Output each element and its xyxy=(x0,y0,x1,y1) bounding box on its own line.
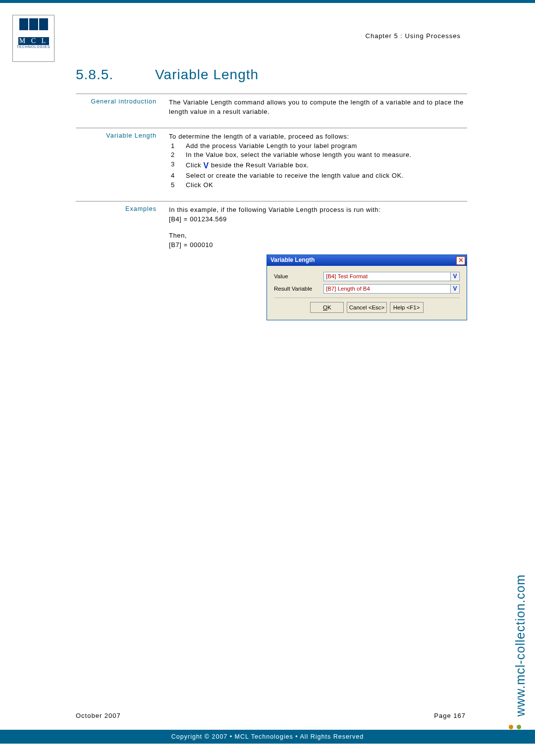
help-button[interactable]: Help <F1> xyxy=(390,302,424,313)
side-dots xyxy=(509,725,521,729)
step-4: Select or create the variable to receive… xyxy=(186,171,467,181)
close-icon[interactable]: ✕ xyxy=(456,256,465,265)
ex-p1: In this example, if the following Variab… xyxy=(169,205,467,215)
ok-button[interactable]: OK xyxy=(310,302,344,313)
mcl-logo: M C L TECHNOLOGIES xyxy=(12,15,54,62)
variable-length-dialog: Variable Length ✕ Value V xyxy=(267,254,467,320)
value-v-button[interactable]: V xyxy=(451,272,460,281)
side-url: www.mcl-collection.com xyxy=(513,574,528,716)
steps-label: Variable Length xyxy=(76,132,169,190)
value-input[interactable] xyxy=(323,272,451,281)
cancel-button[interactable]: Cancel <Esc> xyxy=(347,302,387,313)
ex-p3: Then, xyxy=(169,231,467,241)
logo-subtext: TECHNOLOGIES xyxy=(17,45,51,49)
dialog-title: Variable Length xyxy=(270,256,315,264)
footer-page: Page 167 xyxy=(434,712,466,719)
title-text: Variable Length xyxy=(155,67,259,83)
step-5: Click OK xyxy=(186,181,467,190)
result-input[interactable] xyxy=(323,284,451,294)
intro-body: The Variable Length command allows you t… xyxy=(169,98,467,117)
value-label: Value xyxy=(274,272,323,281)
ex-p2: [B4] = 001234.569 xyxy=(169,215,467,224)
intro-label: General introduction xyxy=(76,98,169,117)
ex-p4: [B7] = 000010 xyxy=(169,241,467,250)
title-number: 5.8.5. xyxy=(76,67,155,83)
footer-copyright: Copyright © 2007 • MCL Technologies • Al… xyxy=(0,730,535,744)
step-1: Add the process Variable Length to your … xyxy=(186,142,467,151)
steps-lead: To determine the length of a variable, p… xyxy=(169,132,467,142)
v-icon: V xyxy=(203,160,209,171)
step-2: In the Value box, select the variable wh… xyxy=(186,151,467,160)
examples-label: Examples xyxy=(76,205,169,320)
step-3: Click V beside the Result Variable box. xyxy=(186,160,467,171)
footer-date: October 2007 xyxy=(76,712,121,719)
top-accent-bar xyxy=(0,0,535,3)
chapter-label: Chapter 5 : Using Processes xyxy=(366,32,461,40)
page-title: 5.8.5. Variable Length xyxy=(76,67,467,83)
result-label: Result Variable xyxy=(274,285,323,293)
result-v-button[interactable]: V xyxy=(451,284,460,294)
